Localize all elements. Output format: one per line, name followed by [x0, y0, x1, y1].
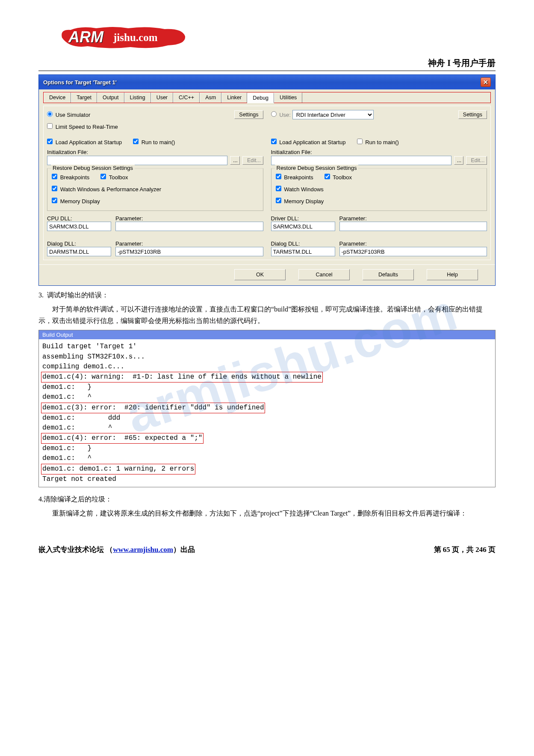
cpu-param-label: Parameter: [115, 215, 263, 222]
drv-run-main-checkbox[interactable]: Run to main() [357, 139, 399, 145]
build-line: Target not created [42, 475, 116, 483]
tab-target[interactable]: Target [71, 92, 97, 103]
footer-link[interactable]: www.armjishu.com [113, 546, 173, 554]
sim-dialog-param-input[interactable] [115, 247, 263, 256]
dialog-titlebar[interactable]: Options for Target 'Target 1' ✕ [39, 75, 495, 89]
driver-dll-input[interactable] [271, 222, 335, 231]
drv-toolbox-checkbox[interactable]: Toolbox [325, 174, 352, 181]
driver-param-input[interactable] [339, 222, 487, 231]
sim-load-app-label: Load Application at Startup [56, 139, 122, 145]
sim-restore-groupbox: Restore Debug Session Settings Breakpoin… [47, 168, 263, 211]
build-line: demo1.c: ^ [42, 393, 91, 401]
build-line: Build target 'Target 1' [42, 343, 137, 350]
tab-cpp[interactable]: C/C++ [173, 92, 200, 103]
defaults-button[interactable]: Defaults [363, 269, 414, 280]
limit-speed-checkbox[interactable]: Limit Speed to Real-Time [47, 123, 118, 130]
sim-dialog-param-label: Parameter: [115, 240, 263, 247]
drv-dialog-dll-input[interactable] [271, 247, 335, 256]
drv-toolbox-label: Toolbox [333, 174, 352, 181]
drv-watch-checkbox[interactable]: Watch Windows [276, 186, 324, 193]
tab-output[interactable]: Output [97, 92, 124, 103]
section-3-body: 对于简单的软件调试，可以不进行连接地址的设置，直接点击工程窗口的“build”图… [38, 303, 496, 326]
driver-param-label: Parameter: [339, 215, 487, 222]
build-output-panel: Build Output Build target 'Target 1' ass… [38, 330, 496, 487]
build-line: demo1.c: ^ [42, 454, 91, 462]
sim-load-app-checkbox[interactable]: Load Application at Startup [47, 139, 122, 145]
drv-memory-label: Memory Display [284, 198, 324, 205]
sim-watch-checkbox[interactable]: Watch Windows & Performance Analyzer [52, 186, 161, 193]
drv-dialog-param-label: Parameter: [339, 240, 487, 247]
tab-asm[interactable]: Asm [200, 92, 221, 103]
build-output-body: Build target 'Target 1' assembling STM32… [39, 339, 495, 487]
dialog-footer: OK Cancel Defaults Help [39, 264, 495, 285]
drv-init-edit-button: Edit... [466, 156, 487, 165]
use-simulator-label: Use Simulator [56, 112, 91, 118]
document-title: 神舟 I 号用户手册 [38, 57, 496, 71]
sim-toolbox-checkbox[interactable]: Toolbox [100, 174, 128, 181]
drv-dialog-param-input[interactable] [339, 247, 487, 256]
site-logo: ARM jishu.com [38, 26, 496, 56]
ok-button[interactable]: OK [234, 269, 286, 280]
tab-listing[interactable]: Listing [124, 92, 151, 103]
drv-init-browse-button[interactable]: ... [454, 156, 464, 165]
driver-select[interactable]: RDI Interface Driver [292, 110, 374, 119]
sim-settings-button[interactable]: Settings [234, 110, 263, 119]
section-4-heading: 4.清除编译之后的垃圾： [38, 495, 496, 504]
sim-init-file-input[interactable] [47, 156, 227, 165]
sim-run-main-label: Run to main() [142, 139, 175, 145]
sim-init-file-label: Initialization File: [47, 149, 263, 155]
tab-linker[interactable]: Linker [221, 92, 247, 103]
sim-watch-label: Watch Windows & Performance Analyzer [60, 186, 162, 193]
sim-init-browse-button[interactable]: ... [230, 156, 240, 165]
logo-jishu-text: jishu.com [113, 32, 157, 44]
build-line: compiling demo1.c... [42, 363, 124, 371]
drv-watch-label: Watch Windows [284, 186, 324, 193]
drv-memory-checkbox[interactable]: Memory Display [276, 198, 324, 205]
cpu-dll-label: CPU DLL: [47, 215, 111, 222]
page-footer: 嵌入式专业技术论坛 （www.armjishu.com）出品 第 65 页，共 … [38, 545, 496, 554]
cpu-dll-input[interactable] [47, 222, 111, 231]
sim-breakpoints-checkbox[interactable]: Breakpoints [52, 174, 89, 181]
drv-load-app-checkbox[interactable]: Load Application at Startup [271, 139, 346, 145]
use-simulator-radio[interactable]: Use Simulator [47, 111, 90, 118]
sim-memory-label: Memory Display [60, 198, 100, 205]
build-output-title: Build Output [39, 330, 495, 339]
close-button[interactable]: ✕ [481, 77, 491, 87]
tab-device[interactable]: Device [44, 92, 71, 103]
sim-dialog-dll-input[interactable] [47, 247, 111, 256]
build-line: demo1.c: ^ [42, 424, 112, 432]
build-line: assembling STM32F10x.s... [42, 353, 145, 361]
tab-debug[interactable]: Debug [247, 93, 274, 103]
footer-left-a: 嵌入式专业技术论坛 （ [38, 546, 113, 554]
drv-load-app-label: Load Application at Startup [279, 139, 345, 145]
cancel-button[interactable]: Cancel [298, 269, 350, 280]
build-summary-line: demo1.c: demo1.c: 1 warning, 2 errors [41, 464, 195, 474]
tab-utilities[interactable]: Utilities [274, 92, 302, 103]
driver-settings-button[interactable]: Settings [458, 110, 487, 119]
build-error-line: demo1.c(3): error: #20: identifier "ddd"… [41, 403, 265, 413]
drv-init-file-input[interactable] [271, 156, 451, 165]
use-driver-label: Use: [279, 112, 291, 118]
driver-dll-label: Driver DLL: [271, 215, 335, 222]
drv-restore-legend: Restore Debug Session Settings [275, 165, 359, 171]
drv-breakpoints-checkbox[interactable]: Breakpoints [276, 174, 313, 181]
drv-dialog-dll-label: Dialog DLL: [271, 240, 335, 247]
footer-left: 嵌入式专业技术论坛 （www.armjishu.com）出品 [38, 545, 195, 554]
use-driver-radio[interactable]: Use: [271, 111, 291, 118]
section-4-body: 重新编译之前，建议将原来生成的目标文件都删除，方法如下，点选“project”下… [38, 507, 496, 519]
build-line: demo1.c: } [42, 445, 91, 452]
sim-run-main-checkbox[interactable]: Run to main() [133, 139, 175, 145]
cpu-param-input[interactable] [115, 222, 263, 231]
sim-restore-legend: Restore Debug Session Settings [51, 165, 135, 171]
sim-breakpoints-label: Breakpoints [60, 174, 90, 181]
drv-init-file-label: Initialization File: [271, 149, 487, 155]
tab-user[interactable]: User [151, 92, 173, 103]
drv-breakpoints-label: Breakpoints [284, 174, 313, 181]
sim-memory-checkbox[interactable]: Memory Display [52, 198, 100, 205]
driver-column: Use: RDI Interface Driver Settings [271, 110, 487, 256]
section-3-number: 3. [38, 291, 44, 299]
help-button[interactable]: Help [427, 269, 478, 280]
section-3-heading: 3. 调试时输出的错误： [38, 291, 496, 300]
build-warning-line: demo1.c(4): warning: #1-D: last line of … [41, 372, 323, 382]
options-dialog: Options for Target 'Target 1' ✕ Device T… [38, 74, 496, 286]
